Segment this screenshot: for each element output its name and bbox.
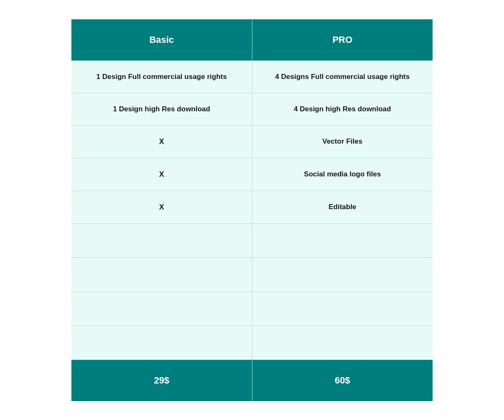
pro-header-label: PRO: [332, 34, 352, 45]
table-row: [71, 258, 433, 292]
pro-cell-vector: Vector Files: [252, 126, 433, 158]
table-row: [71, 326, 433, 360]
price-row: 29$ 60$: [71, 360, 433, 401]
table-row: [71, 292, 433, 326]
pro-cell-empty-8: [252, 292, 433, 326]
basic-header: Basic: [71, 19, 252, 60]
pro-cell-empty-9: [252, 326, 433, 360]
pro-header: PRO: [252, 19, 433, 60]
pro-price: 60$: [252, 360, 433, 401]
pro-cell-commercial: 4 Designs Full commercial usage rights: [252, 61, 433, 93]
table-row: X Social media logo files: [71, 158, 433, 191]
basic-cell-social: X: [71, 158, 252, 191]
pro-cell-empty-6: [252, 224, 433, 257]
basic-cell-empty-7: [71, 258, 252, 291]
header-row: Basic PRO: [71, 19, 433, 61]
table-row: X Editable: [71, 191, 433, 224]
basic-header-label: Basic: [149, 34, 174, 45]
pro-cell-editable: Editable: [252, 191, 433, 223]
basic-cell-empty-6: [71, 224, 252, 257]
basic-cell-commercial: 1 Design Full commercial usage rights: [71, 61, 252, 93]
basic-cell-editable: X: [71, 191, 252, 223]
basic-cell-empty-8: [71, 292, 252, 326]
table-row: [71, 224, 433, 258]
table-row: 1 Design Full commercial usage rights 4 …: [71, 61, 433, 93]
comparison-table: Basic PRO 1 Design Full commercial usage…: [71, 19, 433, 401]
basic-cell-vector: X: [71, 126, 252, 158]
basic-cell-empty-9: [71, 326, 252, 360]
basic-price: 29$: [71, 360, 252, 401]
table-row: 1 Design high Res download 4 Design high…: [71, 93, 433, 126]
pro-price-label: 60$: [335, 375, 350, 386]
pro-cell-highres: 4 Design high Res download: [252, 93, 433, 125]
pro-cell-social: Social media logo files: [252, 158, 433, 191]
pro-cell-empty-7: [252, 258, 433, 291]
table-row: X Vector Files: [71, 126, 433, 158]
basic-price-label: 29$: [154, 375, 169, 386]
basic-cell-highres: 1 Design high Res download: [71, 93, 252, 125]
